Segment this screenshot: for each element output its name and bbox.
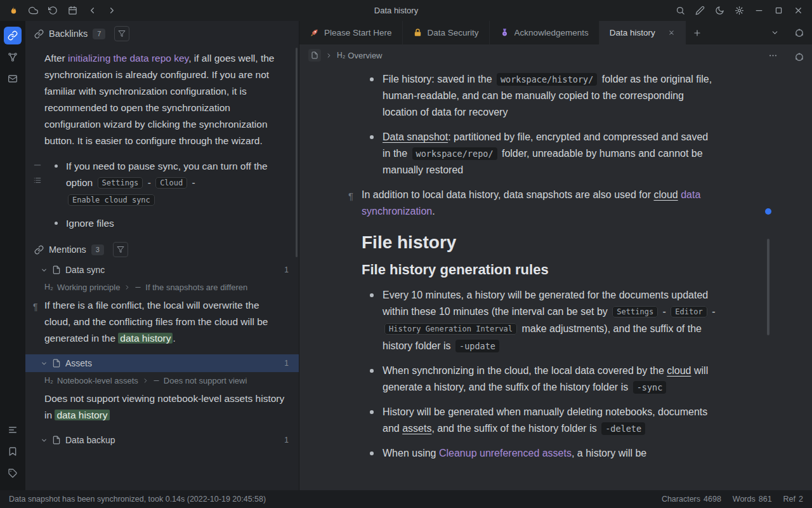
editor-list-item[interactable]: When using Cleanup unreferenced assets, … bbox=[362, 445, 718, 462]
edit-icon[interactable] bbox=[690, 3, 710, 19]
window-body: Backlinks 7 After initializing the data … bbox=[0, 21, 812, 490]
mention-excerpt[interactable]: ¶ If there is a file conflict, the local… bbox=[25, 295, 299, 354]
tag-dock-icon[interactable] bbox=[4, 464, 22, 482]
close-icon[interactable] bbox=[789, 3, 808, 19]
highlight-mark: data history bbox=[118, 333, 173, 344]
mentions-header: Mentions 3 bbox=[25, 238, 299, 261]
editor-column: Please Start Here Data Security Acknowle… bbox=[299, 21, 787, 490]
left-dock bbox=[0, 21, 25, 490]
editor-list-item[interactable]: File history: saved in the workspace/his… bbox=[362, 71, 718, 121]
tab-acknowledgements[interactable]: Acknowledgements bbox=[490, 21, 599, 44]
crumb-snippet: If the snapshots are differen bbox=[145, 283, 247, 292]
document-icon bbox=[52, 265, 61, 274]
siyuan-logo-icon[interactable] bbox=[4, 3, 23, 19]
highlight-mark: data history bbox=[55, 410, 109, 420]
text-segment: In addition to local data history, data … bbox=[362, 189, 653, 200]
close-tab-icon[interactable] bbox=[668, 29, 675, 36]
settings-gear-icon[interactable] bbox=[730, 3, 749, 19]
characters-counter: Characters4698 bbox=[662, 495, 721, 504]
block-ref-link[interactable]: initializing the data repo key bbox=[68, 53, 188, 64]
text-segment: - bbox=[189, 177, 195, 188]
mentions-filter-icon[interactable] bbox=[113, 242, 128, 257]
scroll-position-marker[interactable] bbox=[765, 208, 771, 215]
bookmark-dock-icon[interactable] bbox=[4, 443, 22, 460]
breadcrumb: H₂ Overview bbox=[299, 44, 787, 66]
maximize-icon[interactable] bbox=[769, 3, 789, 19]
chevron-right-icon bbox=[124, 284, 131, 291]
tab-please-start-here[interactable]: Please Start Here bbox=[299, 21, 403, 44]
more-icon[interactable] bbox=[768, 51, 778, 60]
backlinks-dock-icon[interactable] bbox=[4, 27, 22, 44]
graph-dock-icon[interactable] bbox=[4, 48, 22, 66]
outline-dock-icon[interactable] bbox=[4, 421, 22, 439]
text-segment: - bbox=[660, 306, 669, 317]
tab-data-security[interactable]: Data Security bbox=[403, 21, 490, 44]
theme-moon-icon[interactable] bbox=[710, 3, 730, 19]
tab-list-chevron-icon[interactable] bbox=[763, 21, 787, 44]
tabbar-spacer bbox=[709, 21, 763, 44]
text-segment: After bbox=[44, 53, 68, 64]
inbox-dock-icon[interactable] bbox=[4, 70, 22, 88]
chevron-right-icon bbox=[325, 52, 332, 59]
tree-item-data-backup[interactable]: Data backup 1 bbox=[25, 431, 299, 449]
editor-scrollbar[interactable] bbox=[767, 239, 769, 335]
text-segment: assets bbox=[402, 423, 431, 434]
backlink-list-item[interactable]: Ignore files bbox=[44, 215, 285, 232]
lock-icon bbox=[413, 28, 422, 37]
text-segment: Ignore files bbox=[66, 218, 114, 229]
mention-breadcrumb[interactable]: H₂ Notebook-level assets Does not suppor… bbox=[25, 372, 299, 389]
orbit-icon[interactable] bbox=[794, 27, 805, 39]
kbd-span: Editor bbox=[671, 306, 707, 318]
crumb-heading: Notebook-level assets bbox=[57, 376, 138, 385]
tab-label: Data history bbox=[610, 28, 655, 37]
chevron-down-icon[interactable] bbox=[41, 360, 48, 367]
chevron-down-icon[interactable] bbox=[41, 267, 48, 274]
backlink-paragraph[interactable]: After initializing the data repo key, if… bbox=[44, 50, 285, 149]
back-icon[interactable] bbox=[82, 3, 102, 19]
document-icon[interactable] bbox=[308, 49, 321, 62]
editor-list-item[interactable]: When synchronizing in the cloud, the loc… bbox=[362, 363, 718, 396]
new-tab-button[interactable] bbox=[686, 21, 709, 44]
forward-icon[interactable] bbox=[102, 3, 122, 19]
kbd-span: Settings bbox=[612, 306, 658, 318]
paragraph-icon: ¶ bbox=[33, 298, 38, 315]
mentions-tree: Data sync 1 H₂ Working principle If the … bbox=[25, 261, 299, 449]
data-history-icon[interactable] bbox=[43, 3, 63, 19]
block-ref-link[interactable]: Cleanup unreferenced assets bbox=[439, 448, 572, 458]
backlink-list-item[interactable]: If you need to pause sync, you can turn … bbox=[44, 158, 285, 209]
minimize-icon[interactable] bbox=[749, 3, 769, 19]
daily-note-icon[interactable] bbox=[63, 3, 82, 19]
mention-breadcrumb[interactable]: H₂ Working principle If the snapshots ar… bbox=[25, 279, 299, 295]
editor-list-item[interactable]: Every 10 minutes, a history will be gene… bbox=[362, 287, 718, 354]
tab-bar: Please Start Here Data Security Acknowle… bbox=[299, 21, 787, 44]
backlink-icon bbox=[34, 29, 44, 39]
rocket-icon bbox=[310, 28, 319, 37]
heading-generation-rules[interactable]: File history generation rules bbox=[362, 262, 718, 278]
mention-excerpt[interactable]: Does not support viewing notebook-level … bbox=[25, 389, 299, 431]
tree-item-label: Assets bbox=[65, 358, 92, 368]
tab-label: Acknowledgements bbox=[514, 28, 589, 37]
heading-marker: H₂ bbox=[44, 376, 53, 385]
search-icon[interactable] bbox=[671, 3, 690, 19]
crumb-heading: Working principle bbox=[57, 283, 120, 292]
cloud-sync-icon[interactable] bbox=[23, 3, 43, 19]
text-segment: When using bbox=[383, 448, 439, 458]
paragraph-block-icon bbox=[153, 377, 160, 384]
editor[interactable]: File history: saved in the workspace/his… bbox=[299, 66, 787, 490]
backlinks-filter-icon[interactable] bbox=[114, 26, 129, 41]
text-segment: , and the suffix of the history folder i… bbox=[431, 423, 599, 434]
code-span: -update bbox=[455, 340, 499, 352]
chevron-down-icon[interactable] bbox=[41, 437, 48, 444]
orbit-icon[interactable] bbox=[794, 51, 805, 63]
panel-scrollbar[interactable] bbox=[296, 48, 298, 257]
breadcrumb-label: Overview bbox=[348, 51, 382, 60]
editor-paragraph[interactable]: ¶ In addition to local data history, dat… bbox=[362, 187, 718, 220]
heading-file-history[interactable]: File history bbox=[362, 232, 718, 253]
tree-item-data-sync[interactable]: Data sync 1 bbox=[25, 261, 299, 279]
editor-list-item[interactable]: Data snapshot: partitioned by file, encr… bbox=[362, 129, 718, 178]
tree-item-assets[interactable]: Assets 1 bbox=[25, 354, 299, 372]
editor-list-item[interactable]: History will be generated when manually … bbox=[362, 404, 718, 437]
titlebar: Data history bbox=[0, 0, 812, 21]
tab-data-history[interactable]: Data history bbox=[599, 21, 686, 44]
breadcrumb-item-overview[interactable]: H₂ Overview bbox=[337, 51, 383, 60]
